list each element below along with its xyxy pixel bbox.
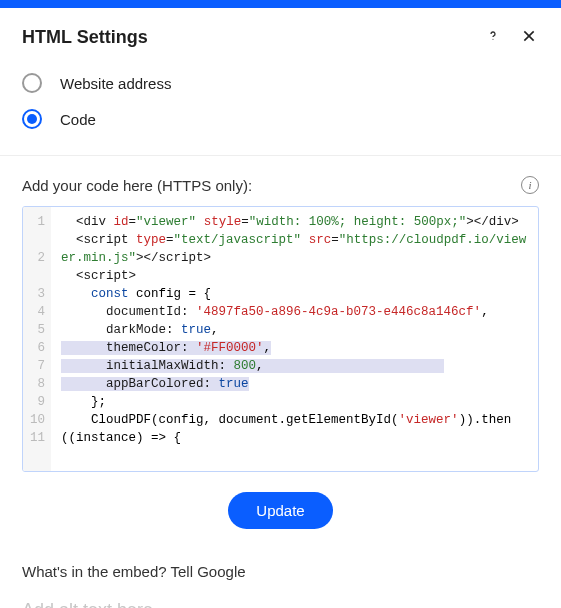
update-button[interactable]: Update (228, 492, 332, 529)
modal-header: HTML Settings (0, 8, 561, 65)
help-button[interactable] (483, 26, 503, 49)
radio-website-address[interactable]: Website address (22, 65, 539, 101)
code-initialmaxwidth: 800 (234, 359, 257, 373)
source-radio-group: Website address Code (0, 65, 561, 156)
code-getelement-arg: viewer (406, 413, 451, 427)
header-actions (483, 26, 539, 49)
question-icon (485, 28, 501, 47)
code-section: Add your code here (HTTPS only): i 1 2 3… (0, 156, 561, 529)
radio-label: Code (60, 111, 96, 128)
code-div-id: viewer (144, 215, 189, 229)
info-icon[interactable]: i (521, 176, 539, 194)
code-appbarcolored: true (219, 377, 249, 391)
code-editor[interactable]: 1 2 34567891011 <div id="viewer" style="… (22, 206, 539, 472)
code-section-label: Add your code here (HTTPS only): (22, 177, 252, 194)
radio-label: Website address (60, 75, 171, 92)
close-icon (521, 28, 537, 47)
code-div-style: width: 100%; height: 500px; (256, 215, 459, 229)
alt-text-section: What's in the embed? Tell Google (0, 539, 561, 608)
modal-top-bar (0, 0, 561, 8)
code-label-row: Add your code here (HTTPS only): i (22, 176, 539, 194)
alt-text-input[interactable] (22, 594, 539, 608)
code-darkmode: true (181, 323, 211, 337)
code-themecolor: #FF0000 (204, 341, 257, 355)
modal-title: HTML Settings (22, 27, 148, 48)
radio-icon (22, 109, 42, 129)
line-gutter: 1 2 34567891011 (23, 207, 51, 471)
html-settings-modal: HTML Settings Website address Code (0, 8, 561, 608)
radio-code[interactable]: Code (22, 101, 539, 137)
code-script-type: text/javascript (181, 233, 294, 247)
svg-point-0 (492, 39, 493, 40)
radio-icon (22, 73, 42, 93)
alt-heading: What's in the embed? Tell Google (22, 563, 539, 580)
code-content[interactable]: <div id="viewer" style="width: 100%; hei… (51, 207, 538, 471)
close-button[interactable] (519, 26, 539, 49)
code-document-id: 4897fa50-a896-4c9a-b073-e446c8a146cf (204, 305, 474, 319)
